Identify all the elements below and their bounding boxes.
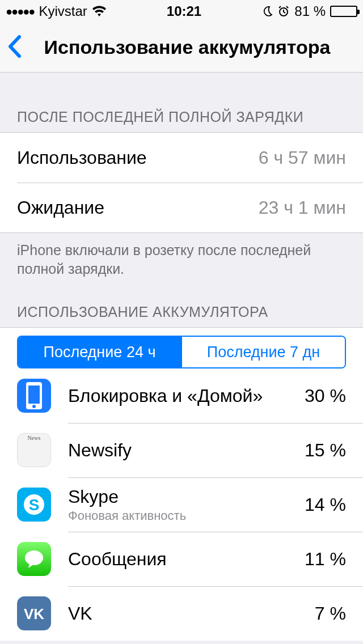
section-header-battery-usage: ИСПОЛЬЗОВАНИЕ АККУМУЛЯТОРА — [0, 283, 363, 327]
status-right: 81 % — [261, 3, 357, 19]
app-row-skype[interactable]: S Skype Фоновая активность 14 % — [0, 477, 363, 532]
svg-point-6 — [25, 550, 43, 565]
app-name: Newsify — [68, 440, 298, 461]
wifi-icon — [92, 6, 107, 17]
app-subtitle: Фоновая активность — [68, 509, 298, 523]
alarm-icon — [277, 5, 290, 18]
app-percent: 30 % — [298, 385, 346, 406]
messages-icon — [17, 542, 51, 576]
app-name: Skype — [68, 486, 298, 507]
usage-value: 6 ч 57 мин — [259, 147, 346, 168]
app-name: Блокировка и «Домой» — [68, 385, 298, 406]
battery-percent-label: 81 % — [294, 3, 326, 19]
standby-row[interactable]: Ожидание 23 ч 1 мин — [17, 183, 363, 232]
standby-label: Ожидание — [17, 197, 104, 218]
dnd-moon-icon — [261, 6, 273, 17]
app-usage-list: Блокировка и «Домой» 30 % News Newsify 1… — [0, 368, 363, 641]
charge-note: iPhone включали в розетку после последне… — [0, 233, 363, 283]
app-percent: 14 % — [298, 494, 346, 515]
segment-last-7d[interactable]: Последние 7 дн — [181, 337, 345, 367]
svg-text:VK: VK — [24, 605, 44, 622]
usage-row[interactable]: Использование 6 ч 57 мин — [0, 133, 363, 183]
app-name: Сообщения — [68, 549, 298, 570]
app-row-newsify[interactable]: News Newsify 15 % — [0, 423, 363, 477]
time-range-segmented: Последние 24 ч Последние 7 дн — [17, 336, 346, 368]
status-left: ●●●●● Kyivstar — [6, 3, 107, 19]
app-name: VK — [68, 603, 308, 624]
battery-icon — [330, 6, 357, 17]
svg-rect-2 — [28, 385, 40, 404]
app-row-lock-home[interactable]: Блокировка и «Домой» 30 % — [0, 368, 363, 423]
page-title: Использование аккумулятора — [18, 36, 356, 58]
signal-dots-icon: ●●●●● — [6, 5, 34, 18]
newsify-icon: News — [17, 433, 51, 467]
carrier-label: Kyivstar — [39, 3, 87, 19]
nav-bar: Использование аккумулятора — [0, 23, 363, 73]
app-percent: 15 % — [298, 440, 346, 461]
segment-last-24h[interactable]: Последние 24 ч — [18, 337, 181, 367]
usage-list: Использование 6 ч 57 мин Ожидание 23 ч 1… — [0, 132, 363, 233]
svg-text:S: S — [29, 496, 40, 514]
app-row-vk[interactable]: VK VK 7 % — [0, 586, 363, 641]
svg-point-3 — [32, 405, 36, 408]
segmented-wrap: Последние 24 ч Последние 7 дн — [0, 327, 363, 368]
lock-home-icon — [17, 379, 51, 413]
status-bar: ●●●●● Kyivstar 10:21 81 % — [0, 0, 363, 23]
status-time: 10:21 — [167, 3, 201, 19]
app-percent: 7 % — [308, 603, 346, 624]
usage-label: Использование — [17, 147, 147, 168]
section-header-since-charge: ПОСЛЕ ПОСЛЕДНЕЙ ПОЛНОЙ ЗАРЯДКИ — [0, 73, 363, 132]
app-percent: 11 % — [298, 549, 346, 570]
app-row-messages[interactable]: Сообщения 11 % — [0, 532, 363, 586]
standby-value: 23 ч 1 мин — [259, 197, 346, 218]
skype-icon: S — [17, 488, 51, 522]
vk-icon: VK — [17, 596, 51, 630]
